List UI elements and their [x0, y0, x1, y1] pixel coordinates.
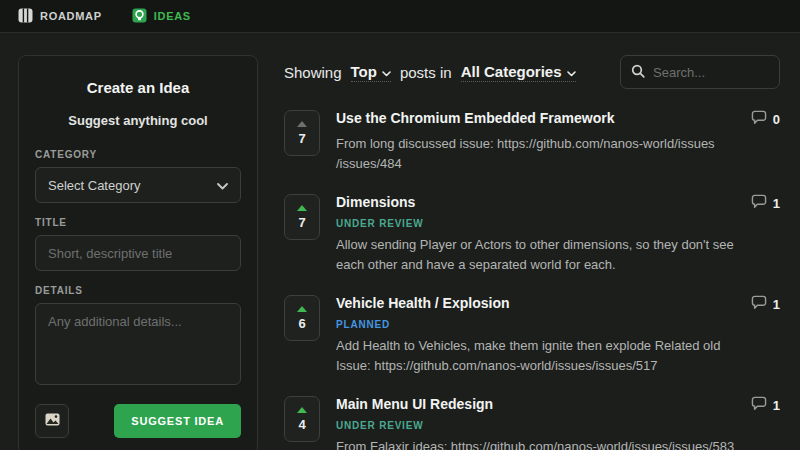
create-idea-subtitle: Suggest anything cool [35, 113, 241, 128]
post-comments[interactable]: 1 [751, 194, 780, 212]
posts-column: Showing Top posts in All Categories [284, 55, 780, 450]
post-comments[interactable]: 1 [751, 396, 780, 414]
post-title[interactable]: Main Menu UI Redesign [336, 396, 739, 412]
vote-count: 7 [298, 215, 305, 230]
nav-tab-roadmap[interactable]: ROADMAP [18, 8, 102, 25]
comment-count: 0 [773, 112, 780, 127]
search-input[interactable] [653, 65, 769, 80]
category-select[interactable]: Select Category [35, 167, 241, 203]
showing-label: Showing [284, 64, 342, 81]
sort-dropdown-value: Top [351, 63, 377, 80]
create-idea-column: Create an Idea Suggest anything cool CAT… [18, 55, 258, 450]
post-row: 6 Vehicle Health / Explosion 1 PLANNED A… [284, 295, 780, 375]
post-title[interactable]: Use the Chromium Embedded Framework [336, 110, 739, 126]
post-row: 7 Dimensions 1 UNDER REVIEW Allow sendin… [284, 194, 780, 274]
vote-button[interactable]: 7 [284, 110, 320, 156]
vote-count: 7 [298, 131, 305, 146]
image-icon [45, 412, 60, 430]
list-header: Showing Top posts in All Categories [284, 55, 780, 89]
posts-in-label: posts in [400, 64, 452, 81]
comment-icon [751, 295, 767, 313]
roadmap-map-icon [18, 8, 33, 25]
post-row: 7 Use the Chromium Embedded Framework 0 [284, 110, 780, 173]
suggest-idea-button[interactable]: SUGGEST IDEA [114, 404, 241, 438]
chevron-down-icon [567, 63, 576, 80]
vote-button[interactable]: 6 [284, 295, 320, 341]
posts-list: 7 Use the Chromium Embedded Framework 0 [284, 110, 780, 450]
comment-icon [751, 194, 767, 212]
title-input[interactable] [35, 235, 241, 271]
comment-count: 1 [773, 297, 780, 312]
search-icon [631, 64, 645, 81]
vote-button[interactable]: 4 [284, 396, 320, 442]
search-box [620, 55, 780, 89]
post-title[interactable]: Vehicle Health / Explosion [336, 295, 739, 311]
post-status-badge: PLANNED [336, 319, 780, 330]
nav-tab-roadmap-label: ROADMAP [40, 10, 102, 22]
title-label: TITLE [35, 217, 241, 228]
attach-image-button[interactable] [35, 404, 69, 438]
post-body: Use the Chromium Embedded Framework 0 Fr… [336, 110, 780, 173]
post-title[interactable]: Dimensions [336, 194, 739, 210]
sort-dropdown[interactable]: Top [351, 63, 391, 82]
vote-button[interactable]: 7 [284, 194, 320, 240]
comment-icon [751, 110, 767, 128]
comment-count: 1 [773, 196, 780, 211]
post-body: Main Menu UI Redesign 1 UNDER REVIEW Fro… [336, 396, 780, 450]
post-row: 4 Main Menu UI Redesign 1 UNDER REVIEW F… [284, 396, 780, 450]
details-textarea[interactable] [35, 303, 241, 385]
post-description: From Falaxir ideas: https://github.com/n… [336, 437, 780, 450]
post-description: Add Health to Vehicles, make them ignite… [336, 336, 780, 375]
ideas-lightbulb-icon [132, 8, 147, 25]
upvote-arrow-icon [297, 407, 307, 413]
details-label: DETAILS [35, 285, 241, 296]
post-comments[interactable]: 1 [751, 295, 780, 313]
post-comments[interactable]: 0 [751, 110, 780, 128]
upvote-arrow-icon [297, 205, 307, 211]
post-body: Vehicle Health / Explosion 1 PLANNED Add… [336, 295, 780, 375]
category-filter-value: All Categories [461, 63, 562, 80]
post-body: Dimensions 1 UNDER REVIEW Allow sending … [336, 194, 780, 274]
top-nav: ROADMAP IDEAS [0, 0, 800, 33]
vote-count: 6 [298, 316, 305, 331]
vote-count: 4 [298, 417, 305, 432]
create-idea-footer: SUGGEST IDEA [35, 404, 241, 438]
nav-tab-ideas[interactable]: IDEAS [132, 8, 191, 25]
create-idea-panel: Create an Idea Suggest anything cool CAT… [18, 55, 258, 450]
page-content: Create an Idea Suggest anything cool CAT… [0, 33, 800, 450]
category-filter-dropdown[interactable]: All Categories [461, 63, 576, 82]
post-description: From long discussed issue: https://githu… [336, 134, 780, 173]
comment-icon [751, 396, 767, 414]
nav-tab-ideas-label: IDEAS [154, 10, 191, 22]
comment-count: 1 [773, 398, 780, 413]
post-status-badge: UNDER REVIEW [336, 420, 780, 431]
create-idea-title: Create an Idea [35, 79, 241, 96]
category-select-value: Select Category [48, 178, 141, 193]
category-label: CATEGORY [35, 149, 241, 160]
post-status-badge: UNDER REVIEW [336, 218, 780, 229]
chevron-down-icon [217, 178, 228, 193]
post-description: Allow sending Player or Actors to other … [336, 235, 780, 274]
chevron-down-icon [382, 63, 391, 80]
upvote-arrow-icon [297, 306, 307, 312]
upvote-arrow-icon [297, 121, 307, 127]
